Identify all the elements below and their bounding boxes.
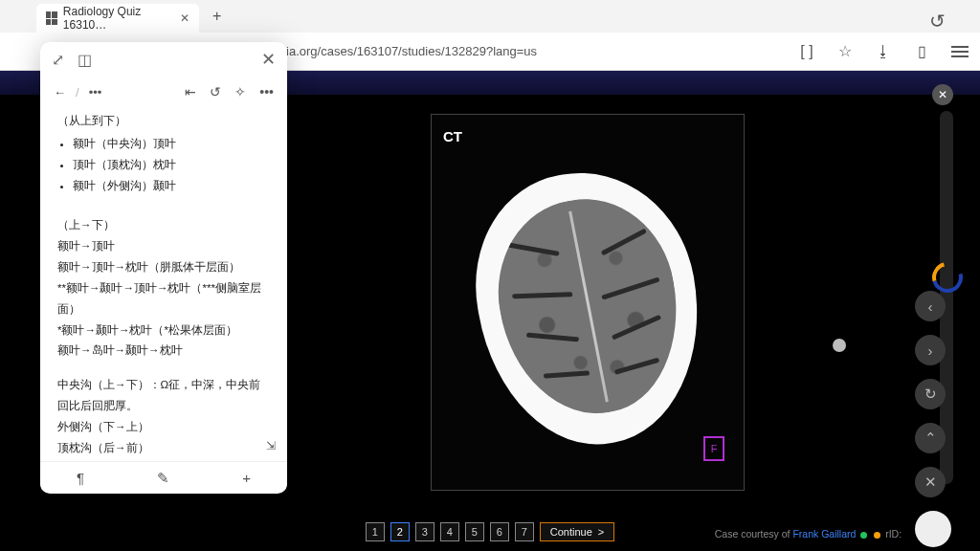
page-4[interactable]: 4	[440, 522, 459, 541]
credit-author-link[interactable]: Frank Gaillard	[792, 528, 856, 540]
notes-line: 额叶→顶叶	[57, 236, 272, 257]
notes-line: 中央沟（上→下）：Ω征，中深，中央前回比后回肥厚。	[57, 375, 272, 417]
reader-icon[interactable]: ▯	[913, 42, 930, 60]
favorite-icon[interactable]: ☆	[836, 42, 854, 60]
browser-tabbar: Radiology Quiz 16310… ✕ + ↺	[0, 0, 980, 33]
notes-heading: （从上到下）	[57, 111, 272, 132]
paragraph-icon[interactable]: ¶	[77, 470, 84, 486]
more2-icon[interactable]: •••	[259, 84, 274, 99]
expand-icon[interactable]: ⤢	[52, 51, 64, 69]
orientation-marker: F	[703, 436, 724, 461]
tab-close-icon[interactable]: ✕	[180, 11, 189, 25]
history-undo-icon[interactable]: ↺	[929, 10, 946, 33]
case-credit: Case courtesy of Frank Gaillard rID:	[715, 528, 942, 540]
viewer-fab-column: ‹ › ↻ ⌃ ✕	[915, 291, 951, 547]
notes-line: 外侧沟（下→上）	[57, 417, 272, 438]
page-5[interactable]: 5	[465, 522, 484, 541]
rid-label: rID:	[885, 528, 902, 540]
notes-line: 额叶→顶叶→枕叶（胼胝体干层面）	[57, 257, 272, 278]
continue-button[interactable]: Continue>	[540, 522, 614, 541]
page-2[interactable]: 2	[390, 522, 410, 541]
edit-icon[interactable]: ✎	[157, 470, 169, 487]
viewer-close-button[interactable]: ✕	[932, 84, 953, 105]
notes-bullet: 额叶（外侧沟）颞叶	[73, 176, 272, 197]
tab-favicon	[46, 11, 57, 25]
page-1[interactable]: 1	[366, 522, 385, 541]
browser-tab[interactable]: Radiology Quiz 16310… ✕	[36, 4, 199, 33]
assistant-button[interactable]	[915, 511, 951, 547]
columns-icon[interactable]: ◫	[78, 51, 92, 69]
credit-prefix: Case courtesy of	[715, 528, 793, 540]
notes-line: 额叶→岛叶→颞叶→枕叶	[57, 341, 272, 362]
notes-close-icon[interactable]: ✕	[261, 49, 276, 70]
add-icon[interactable]: +	[242, 470, 251, 486]
download-icon[interactable]: ⭳	[875, 43, 892, 60]
notes-footer: ¶ ✎ +	[40, 461, 287, 494]
notes-line: *额叶→颞叶→枕叶（*松果体层面）	[57, 320, 272, 342]
page-3[interactable]: 3	[415, 522, 434, 541]
addrbar-actions: [ ] ☆ ⭳ ▯	[798, 42, 969, 60]
notes-line: 顶枕沟（后→前）	[57, 438, 272, 459]
prev-button[interactable]: ‹	[915, 291, 946, 321]
status-dot-green	[860, 532, 867, 539]
ct-image-frame[interactable]: CT F	[431, 114, 745, 491]
notes-toolbar: ← / ••• ⇤ ↺ ✧ •••	[40, 77, 287, 107]
notes-line: **额叶→颞叶→顶叶→枕叶（***侧脑室层面）	[57, 278, 272, 320]
refresh-button[interactable]: ↻	[915, 379, 946, 409]
notes-content[interactable]: （从上到下） 额叶（中央沟）顶叶顶叶（顶枕沟）枕叶额叶（外侧沟）颞叶 （上→下）…	[40, 107, 287, 461]
notes-bullet: 顶叶（顶枕沟）枕叶	[73, 155, 272, 176]
notes-panel: ⤢ ◫ ✕ ← / ••• ⇤ ↺ ✧ ••• （从上到下） 额叶（中央沟）顶叶…	[40, 42, 287, 494]
tab-title: Radiology Quiz 16310…	[63, 5, 168, 32]
slice-indicator-dot[interactable]	[833, 339, 846, 352]
new-tab-button[interactable]: +	[212, 8, 221, 25]
outdent-icon[interactable]: ⇤	[185, 84, 196, 99]
notes-bullet: 额叶（中央沟）顶叶	[73, 134, 272, 155]
screenshot-icon[interactable]: [ ]	[798, 43, 815, 60]
status-dot-orange	[874, 532, 880, 539]
page-6[interactable]: 6	[490, 522, 509, 541]
notes-titlebar: ⤢ ◫ ✕	[40, 42, 287, 77]
scroll-top-button[interactable]: ⌃	[915, 423, 946, 453]
more-icon[interactable]: •••	[89, 85, 102, 99]
dismiss-button[interactable]: ✕	[915, 467, 946, 497]
wand-icon[interactable]: ✧	[234, 84, 246, 99]
back-icon[interactable]: ←	[54, 85, 66, 99]
menu-icon[interactable]	[951, 43, 969, 60]
brain-image	[479, 172, 698, 445]
undo-icon[interactable]: ↺	[210, 84, 221, 99]
modality-label: CT	[443, 128, 462, 144]
notes-section2-title: （上→下）	[57, 215, 272, 236]
pin-icon[interactable]: ⇲	[266, 435, 276, 457]
page-7[interactable]: 7	[515, 522, 534, 541]
next-button[interactable]: ›	[915, 335, 946, 365]
